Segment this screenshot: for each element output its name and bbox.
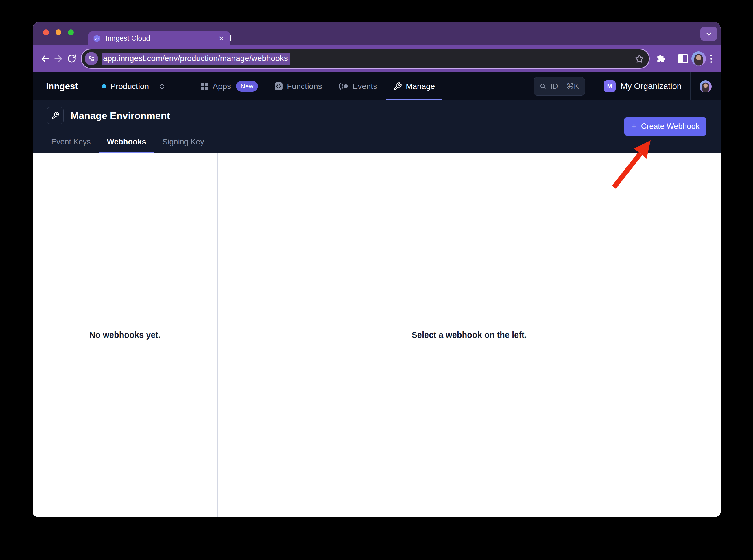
inngest-favicon-icon [93, 34, 101, 43]
screenshot-stage: Inngest Cloud × + [0, 0, 753, 560]
wrench-icon [393, 82, 402, 91]
manage-environment-header: Manage Environment Event Keys Webhooks S… [33, 100, 721, 153]
forward-button[interactable] [52, 52, 65, 65]
page-title: Manage Environment [71, 110, 170, 121]
chevron-down-icon [705, 30, 713, 38]
tab-title: Inngest Cloud [105, 34, 213, 42]
forward-arrow-icon [53, 54, 64, 64]
org-name: My Organization [621, 81, 681, 91]
pill-divider [562, 81, 562, 91]
nav-item-label: Events [352, 82, 378, 91]
create-webhook-button[interactable]: + Create Webhook [624, 117, 707, 136]
org-initial-badge: M [604, 80, 616, 92]
create-webhook-label: Create Webhook [641, 122, 699, 131]
environment-selector[interactable]: Production [90, 72, 186, 100]
webhook-detail-panel: Select a webhook on the left. [218, 153, 721, 517]
browser-window: Inngest Cloud × + [33, 22, 721, 517]
search-shortcut: ⌘K [566, 82, 579, 91]
browser-toolbar: app.inngest.com/env/production/manage/we… [33, 45, 721, 72]
inngest-logo[interactable]: inngest [33, 72, 90, 100]
profile-avatar [691, 52, 706, 66]
webhooks-content: No webhooks yet. Select a webhook on the… [33, 153, 721, 517]
search-id-label: ID [551, 82, 558, 91]
toolbar-divider [672, 52, 672, 65]
zoom-window-button[interactable] [68, 29, 74, 35]
browser-menu-button[interactable] [708, 55, 715, 63]
webhooks-list-panel: No webhooks yet. [33, 153, 218, 517]
header-tabs: Event Keys Webhooks Signing Key [43, 131, 212, 153]
nav-item-events[interactable]: Events [338, 72, 378, 100]
nav-item-functions[interactable]: Functions [274, 72, 322, 100]
nav-spacer [435, 72, 533, 100]
nav-item-label: Manage [406, 82, 435, 91]
unfold-chevrons-icon [158, 82, 166, 91]
nav-item-label: Functions [287, 82, 322, 91]
new-tab-button[interactable]: + [224, 31, 237, 44]
tab-event-keys[interactable]: Event Keys [43, 131, 99, 153]
empty-detail-message: Select a webhook on the left. [411, 330, 526, 340]
user-avatar [699, 80, 712, 93]
plus-icon: + [631, 121, 637, 132]
search-by-id-button[interactable]: ID ⌘K [534, 77, 585, 96]
minimize-window-button[interactable] [56, 29, 61, 35]
events-stream-icon [338, 82, 349, 91]
back-button[interactable] [38, 52, 52, 65]
tab-webhooks[interactable]: Webhooks [99, 131, 154, 153]
tab-signing-key[interactable]: Signing Key [154, 131, 212, 153]
side-panel-button[interactable] [676, 52, 690, 65]
reload-icon [66, 54, 77, 64]
user-menu-button[interactable] [691, 72, 721, 100]
bookmark-star-icon[interactable] [634, 54, 644, 64]
browser-profile-button[interactable] [690, 52, 708, 65]
env-name: Production [110, 82, 149, 91]
nav-item-label: Apps [213, 82, 231, 91]
site-settings-button[interactable] [85, 52, 98, 65]
extensions-button[interactable] [654, 52, 668, 65]
browser-tab-strip: Inngest Cloud × + [33, 22, 721, 45]
reload-button[interactable] [65, 52, 78, 65]
url-text[interactable]: app.inngest.com/env/production/manage/we… [102, 53, 290, 65]
organization-switcher[interactable]: M My Organization [595, 72, 690, 100]
search-icon [540, 83, 546, 90]
env-status-dot [102, 84, 106, 88]
tab-search-chevron-button[interactable] [700, 26, 717, 41]
active-tab-underline [99, 152, 154, 153]
puzzle-icon [656, 54, 666, 64]
side-panel-icon [678, 54, 688, 63]
empty-list-message: No webhooks yet. [89, 330, 161, 340]
functions-code-icon [274, 82, 283, 91]
nav-divider [186, 72, 186, 100]
close-window-button[interactable] [43, 29, 49, 35]
back-arrow-icon [40, 54, 50, 64]
app-nav-bar: inngest Production [33, 72, 721, 100]
traffic-lights [43, 29, 74, 35]
nav-item-apps[interactable]: Apps New [200, 72, 258, 100]
nav-item-manage[interactable]: Manage [393, 72, 435, 100]
new-badge: New [236, 81, 258, 92]
apps-grid-icon [200, 82, 209, 91]
browser-tab[interactable]: Inngest Cloud × [89, 32, 230, 45]
title-row: Manage Environment [47, 100, 707, 124]
tune-icon [88, 55, 95, 62]
url-bar[interactable]: app.inngest.com/env/production/manage/we… [81, 48, 650, 69]
nav-items: Apps New Functions [200, 72, 435, 100]
manage-wrench-icon [47, 107, 64, 124]
